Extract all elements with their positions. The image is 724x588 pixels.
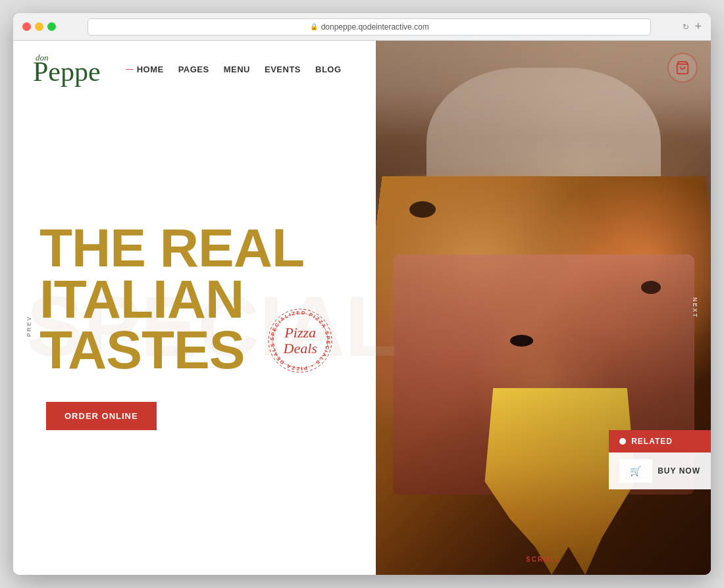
side-buttons: RELATED 🛒 BUY NOW [609,430,711,489]
logo-peppe: Peppe [33,57,101,87]
cart-icon-button[interactable] [667,53,698,83]
mushroom1 [409,201,436,218]
traffic-lights [22,22,56,31]
pizza-background [376,41,711,575]
mushroom3 [510,335,533,347]
nav-item-home[interactable]: — HOME [126,64,164,74]
related-label: RELATED [631,437,673,446]
right-panel: NEXT RELATED 🛒 BUY NOW SCROLL [376,41,711,575]
nav-link-menu[interactable]: MENU [224,64,250,74]
close-button[interactable] [22,22,31,31]
browser-window: 🔒 donpeppe.qodeinteractive.com ↻ + don P… [13,13,711,575]
browser-chrome: 🔒 donpeppe.qodeinteractive.com ↻ + [13,13,711,41]
related-dot-icon [619,438,626,445]
buy-now-button[interactable]: 🛒 BUY NOW [609,453,711,489]
nav-link-blog[interactable]: BLOG [315,64,342,74]
minimize-button[interactable] [35,22,43,31]
refresh-icon[interactable]: ↻ [683,22,689,32]
related-button[interactable]: RELATED [609,430,711,453]
buy-now-label: BUY NOW [658,466,700,476]
logo[interactable]: don Peppe [33,53,101,86]
nav-item-menu[interactable]: MENU [224,63,250,75]
nav-link-home[interactable]: HOME [137,64,164,74]
badge-line1: Pizza [284,324,316,341]
nav-item-events[interactable]: EVENTS [265,63,301,75]
nav-item-blog[interactable]: BLOG [315,63,342,75]
hero-title-line1: THE REAL [39,222,356,274]
prev-label[interactable]: PREV [26,316,32,337]
cart-icon-svg [675,61,690,75]
site-content: don Peppe — HOME PAGES MENU [13,41,711,575]
badge-line2: Deals [284,340,317,356]
cart-small-icon: 🛒 [619,459,652,483]
left-panel: don Peppe — HOME PAGES MENU [13,41,376,575]
nav-links: — HOME PAGES MENU EVENTS BLOG [126,63,342,75]
maximize-button[interactable] [47,22,56,31]
scroll-label: SCROLL [526,556,561,563]
nav-item-pages[interactable]: PAGES [178,63,209,75]
badge-center-text: Pizza Deals [284,325,317,356]
chef-skin-overlay [376,41,711,147]
url-text: donpeppe.qodeinteractive.com [321,22,429,32]
navigation: don Peppe — HOME PAGES MENU [13,41,376,97]
pizza-deals-badge: SPECIALIZED PIZZA SPECIALS • PIZZA DEALS… [264,305,336,377]
hero-section: PREV THE REAL ITALIAN TASTES Special [13,97,376,555]
new-tab-button[interactable]: + [694,20,702,34]
nav-link-events[interactable]: EVENTS [265,64,301,74]
next-label[interactable]: NEXT [692,297,698,318]
order-online-button[interactable]: ORDER ONLINE [46,402,157,430]
address-bar[interactable]: 🔒 donpeppe.qodeinteractive.com [88,18,651,36]
nav-link-pages[interactable]: PAGES [178,64,209,74]
home-icon: — [126,64,134,74]
lock-icon: 🔒 [310,23,318,30]
